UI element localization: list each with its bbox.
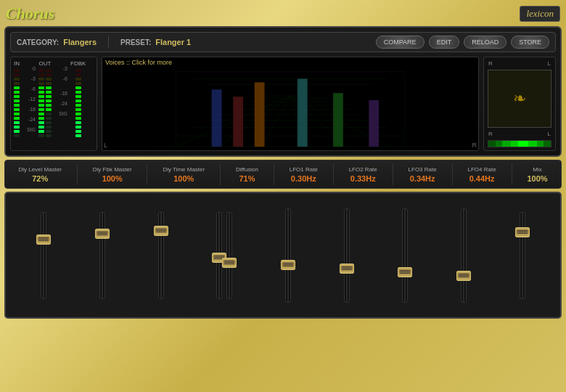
fader-9-handle[interactable] [515,227,530,237]
fader-7-groove [404,209,406,302]
fader-4a-track[interactable] [216,212,222,299]
param-lfo1-name: LFO1 Rate [290,166,318,173]
fader-4b [226,212,232,299]
divider-4 [274,163,274,185]
category-group: CATEGORY: Flangers [17,38,97,46]
mini-top-right: L [548,60,551,67]
mini-map-bar [488,140,551,147]
param-lfo2[interactable]: LFO2 Rate 0.33Hz [349,166,377,183]
bar-seg-3 [502,141,511,147]
fader-7-handle[interactable] [398,267,412,277]
svg-rect-24 [298,79,308,147]
param-lfo1-value: 0.30Hz [291,174,316,183]
fader-3-handle[interactable] [154,226,168,236]
reload-button[interactable]: RELOAD [464,36,506,49]
visualization[interactable]: Voices :: Click for more [102,57,479,151]
fader-4b-handle[interactable] [222,258,237,268]
fader-3 [158,212,164,299]
svg-rect-22 [233,97,243,147]
mini-map-top-letters: R L [487,60,552,67]
bar-seg-8 [544,141,551,147]
vu-meters: IN [10,57,97,151]
param-lfo3[interactable]: LFO3 Rate 0.34Hz [409,166,437,183]
param-mix-value: 100% [527,174,547,183]
fader-2 [99,212,105,299]
divider-6 [393,163,393,185]
corner-label-right: R [472,142,477,149]
preset-label: PRESET: [120,38,151,46]
mini-map-bottom-letters: R L [487,131,552,137]
vu-out-channel: OUT [38,60,52,147]
param-dly-fbk-value: 100% [102,174,123,183]
param-dly-fbk[interactable]: Dly Fbk Master 100% [93,166,132,183]
fader-8 [461,208,467,303]
divider-3 [220,163,221,185]
top-buttons: COMPARE EDIT RELOAD STORE [376,36,549,49]
fader-1-track[interactable] [41,212,46,299]
param-dly-fbk-name: Dly Fbk Master [93,166,132,173]
fader-3-track[interactable] [158,212,164,299]
category-value[interactable]: Flangers [63,38,97,46]
divider-7 [452,163,453,185]
svg-line-12 [262,96,290,147]
param-diffusion-name: Diffusion [236,166,258,173]
display-row: IN [10,57,556,151]
vu-in-channel: IN [14,60,20,147]
fader-1-handle[interactable] [36,234,51,245]
param-diffusion[interactable]: Diffusion 71% [236,166,258,183]
fader-7-track[interactable] [402,208,408,303]
param-lfo1[interactable]: LFO1 Rate 0.30Hz [290,166,318,183]
divider-2 [147,163,147,185]
app-title: Chorus [6,4,54,23]
fader-2-groove [102,213,103,298]
vu-scale-2: -3 -6 -18 -24 SIG [54,60,67,147]
param-mix[interactable]: Mix 100% [527,166,547,183]
divider-1 [77,163,78,185]
fader-6-groove [346,209,348,302]
param-lfo2-name: LFO2 Rate [349,166,377,173]
fader-4-pair [216,212,232,299]
param-lfo3-value: 0.34Hz [410,174,435,183]
vu-in-label: IN [14,60,20,67]
svg-rect-26 [369,100,379,147]
fader-4b-groove [229,213,230,298]
fader-2-track[interactable] [99,212,105,299]
fader-9-groove [522,213,523,298]
svg-rect-21 [212,89,222,147]
preset-group: PRESET: Flanger 1 [120,38,191,46]
vu-fdbk-label: FDBK [70,60,86,67]
plugin-main: CATEGORY: Flangers PRESET: Flanger 1 COM… [4,26,562,157]
param-lfo4[interactable]: LFO4 Rate 0.44Hz [467,166,496,183]
svg-rect-23 [255,82,265,147]
fader-6-track[interactable] [344,208,350,303]
brand-logo: lexicon [520,6,560,22]
bar-seg-2 [496,141,502,147]
param-dly-time[interactable]: Dly Time Master 100% [163,166,205,183]
fader-8-handle[interactable] [456,271,471,281]
fader-8-track[interactable] [461,208,467,303]
svg-rect-25 [333,93,343,147]
bar-seg-7 [537,141,544,147]
param-dly-level-value: 72% [32,174,48,183]
fader-7 [402,208,408,303]
param-dly-level[interactable]: Dly Level Master 72% [18,166,62,183]
faders-panel [4,192,562,319]
mini-top-left: R [488,60,493,67]
compare-button[interactable]: COMPARE [376,36,424,49]
fader-5-handle[interactable] [281,260,295,270]
edit-button[interactable]: EDIT [429,36,460,49]
app-container: Chorus lexicon CATEGORY: Flangers PRESET… [0,0,566,392]
bar-seg-5 [518,141,528,147]
fader-2-handle[interactable] [95,229,110,239]
corner-label-left: L [104,142,107,149]
fader-5-track[interactable] [285,208,291,303]
title-bar: Chorus lexicon [4,4,562,23]
fader-6-handle[interactable] [340,264,354,274]
fader-8-groove [463,209,464,302]
preset-value[interactable]: Flanger 1 [155,38,191,46]
fader-9-track[interactable] [520,212,525,299]
fader-4b-track[interactable] [226,212,232,299]
store-button[interactable]: STORE [511,36,549,49]
fader-4a [216,212,222,299]
param-dly-level-name: Dly Level Master [18,166,62,173]
